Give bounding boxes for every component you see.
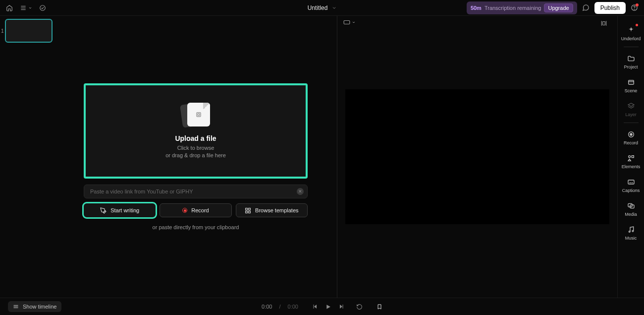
media-icon	[627, 202, 635, 210]
file-icon	[181, 103, 210, 127]
svg-marker-23	[628, 159, 631, 161]
sidebar-item-scene[interactable]: Scene	[618, 74, 644, 98]
layers-icon	[627, 102, 635, 110]
sidebar-item-elements[interactable]: Elements	[618, 150, 644, 174]
aspect-ratio-icon[interactable]	[343, 20, 356, 25]
sidebar-item-music[interactable]: Music	[618, 221, 644, 245]
upload-subtitle-2: or drag & drop a file here	[165, 152, 226, 159]
upload-title: Upload a file	[175, 134, 216, 142]
show-timeline-button[interactable]: Show timeline	[8, 301, 61, 312]
record-label: Record	[191, 207, 209, 213]
svg-marker-37	[340, 305, 342, 309]
svg-rect-9	[249, 208, 251, 210]
transcription-pill: 50m Transcription remaining Upgrade	[467, 1, 577, 14]
preview-panel	[337, 16, 617, 298]
music-icon	[627, 226, 635, 234]
upload-dropzone[interactable]: Upload a file Click to browse or drag & …	[84, 83, 308, 179]
svg-point-30	[632, 230, 634, 232]
document-title[interactable]: Untitled	[308, 4, 328, 11]
sparkle-icon	[627, 26, 635, 34]
browse-templates-label: Browse templates	[255, 207, 298, 213]
svg-rect-22	[632, 156, 634, 158]
transcription-text: Transcription remaining	[484, 5, 541, 11]
svg-rect-12	[344, 21, 350, 24]
record-button[interactable]: Record	[160, 203, 231, 217]
svg-marker-18	[628, 103, 634, 107]
menu-icon[interactable]	[20, 4, 32, 11]
svg-rect-16	[628, 80, 634, 84]
top-bar: Untitled 50m Transcription remaining Upg…	[0, 0, 644, 16]
skip-forward-button[interactable]	[338, 304, 344, 310]
browse-templates-button[interactable]: Browse templates	[236, 203, 308, 217]
sync-status-icon[interactable]	[39, 4, 46, 11]
time-separator: /	[279, 304, 280, 310]
svg-rect-10	[246, 211, 248, 213]
scene-thumbnail[interactable]: 1	[5, 19, 53, 43]
sidebar-item-record[interactable]: Record	[618, 126, 644, 150]
templates-icon	[245, 207, 251, 214]
play-button[interactable]	[325, 304, 331, 310]
current-time: 0:00	[262, 304, 272, 310]
sidebar-item-layer: Layer	[618, 98, 644, 122]
sidebar-item-media[interactable]: Media	[618, 197, 644, 221]
paste-link-input[interactable]	[84, 185, 308, 198]
notification-dot	[636, 24, 638, 26]
publish-button[interactable]: Publish	[594, 2, 626, 14]
notification-dot	[636, 3, 639, 6]
upgrade-button[interactable]: Upgrade	[544, 3, 573, 12]
home-icon[interactable]	[6, 4, 13, 11]
editor-panel: Upload a file Click to browse or drag & …	[54, 16, 337, 298]
sidebar-item-project[interactable]: Project	[618, 50, 644, 74]
sidebar-item-underlord[interactable]: Underlord	[618, 22, 644, 46]
svg-rect-24	[628, 180, 634, 184]
record-icon	[627, 130, 635, 138]
bookmark-button[interactable]	[376, 304, 382, 310]
svg-point-29	[629, 231, 630, 233]
scene-icon	[627, 78, 635, 86]
scenes-column: 1	[0, 16, 54, 298]
svg-point-21	[628, 156, 630, 158]
start-writing-label: Start writing	[110, 207, 139, 213]
svg-marker-36	[326, 305, 330, 309]
timeline-icon	[13, 304, 19, 310]
folder-icon	[627, 55, 635, 63]
title-chevron-icon[interactable]	[331, 5, 336, 10]
svg-marker-34	[314, 305, 317, 309]
svg-rect-6	[197, 113, 201, 117]
scene-number: 1	[1, 28, 4, 34]
total-time: 0:00	[288, 304, 298, 310]
svg-rect-7	[198, 114, 200, 116]
pen-icon	[100, 207, 107, 214]
svg-point-3	[40, 5, 46, 10]
record-dot-icon	[182, 208, 187, 213]
start-writing-button[interactable]: Start writing	[84, 203, 156, 217]
clipboard-hint: or paste directly from your clipboard	[153, 224, 239, 230]
loop-button[interactable]	[356, 304, 363, 310]
clear-input-icon[interactable]: ✕	[297, 188, 304, 195]
bottom-bar: Show timeline 0:00 / 0:00	[0, 298, 644, 315]
svg-rect-8	[246, 208, 248, 210]
svg-point-20	[630, 133, 632, 135]
upload-subtitle-1: Click to browse	[177, 144, 215, 152]
transcription-minutes: 50m	[471, 5, 482, 11]
fit-icon[interactable]	[600, 20, 607, 27]
svg-rect-14	[603, 22, 605, 25]
captions-icon	[627, 178, 635, 186]
comments-icon[interactable]	[582, 4, 590, 11]
elements-icon	[627, 154, 635, 162]
help-icon[interactable]	[631, 4, 638, 11]
preview-canvas[interactable]	[345, 89, 609, 224]
right-sidebar: Underlord Project Scene Layer Record Ele…	[617, 16, 644, 298]
skip-back-button[interactable]	[312, 304, 318, 310]
sidebar-item-captions[interactable]: Captions	[618, 174, 644, 197]
svg-point-5	[634, 9, 635, 9]
svg-rect-11	[249, 211, 251, 213]
